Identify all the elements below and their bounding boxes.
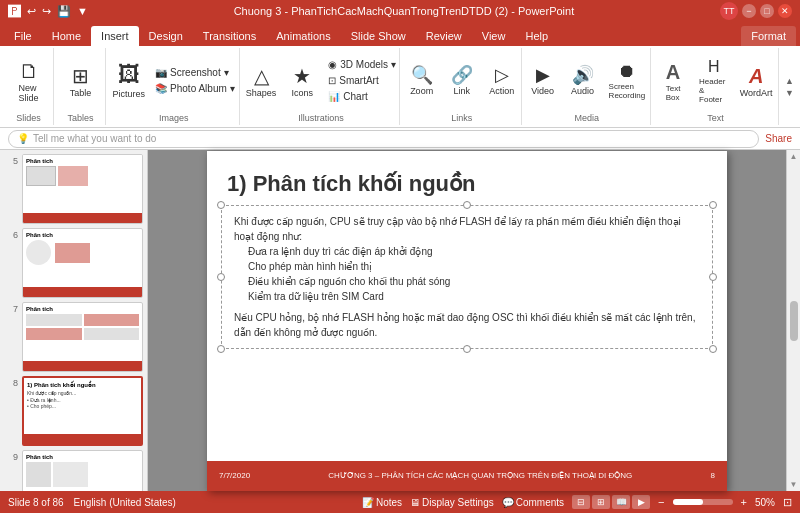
header-footer-button[interactable]: H Header& Footer: [695, 55, 732, 105]
customize-btn[interactable]: ▼: [77, 5, 88, 17]
zoom-button[interactable]: 🔍 Zoom: [404, 63, 440, 99]
slide-img-9: Phân tích ★: [22, 450, 143, 491]
slide-img-8: 1) Phân tích khối nguồn Khi được cấp ngu…: [22, 376, 143, 446]
user-badge[interactable]: TT: [720, 2, 738, 20]
tab-review[interactable]: Review: [416, 26, 472, 46]
close-button[interactable]: ✕: [778, 4, 792, 18]
tab-home[interactable]: Home: [42, 26, 91, 46]
tab-design[interactable]: Design: [139, 26, 193, 46]
tab-transitions[interactable]: Transitions: [193, 26, 266, 46]
icons-button[interactable]: ★ Icons: [284, 62, 320, 100]
handle-ml[interactable]: [217, 273, 225, 281]
status-bar: Slide 8 of 86 English (United States) 📝 …: [0, 491, 800, 513]
display-settings-label: Display Settings: [422, 497, 494, 508]
media-group-label: Media: [575, 111, 600, 123]
handle-mr[interactable]: [709, 273, 717, 281]
powerpoint-icon: 🅿: [8, 4, 21, 19]
shapes-button[interactable]: △ Shapes: [242, 62, 281, 100]
wordart-label: WordArt: [740, 88, 773, 98]
handle-tm[interactable]: [463, 201, 471, 209]
textbox-button[interactable]: A TextBox: [655, 58, 691, 104]
tab-insert[interactable]: Insert: [91, 26, 139, 46]
chart-button[interactable]: 📊 Chart: [324, 89, 400, 104]
redo-btn[interactable]: ↪: [42, 5, 51, 18]
pictures-button[interactable]: 🖼 Pictures: [109, 60, 150, 100]
tab-help[interactable]: Help: [515, 26, 558, 46]
tab-slideshow[interactable]: Slide Show: [341, 26, 416, 46]
share-button[interactable]: Share: [765, 133, 792, 144]
slide-thumb-7[interactable]: 7 Phân tích ★: [4, 302, 143, 372]
audio-button[interactable]: 🔊 Audio: [565, 63, 601, 99]
slide-sorter-button[interactable]: ⊞: [592, 495, 610, 509]
slide-thumb-8[interactable]: 8 1) Phân tích khối nguồn Khi được cấp n…: [4, 376, 143, 446]
handle-bl[interactable]: [217, 345, 225, 353]
zoom-slider[interactable]: [673, 499, 733, 505]
tell-me-input[interactable]: 💡 Tell me what you want to do: [8, 130, 759, 148]
handle-br[interactable]: [709, 345, 717, 353]
video-button[interactable]: ▶ Video: [525, 63, 561, 99]
scroll-up-icon[interactable]: ▲: [790, 152, 798, 161]
comments-button[interactable]: 💬 Comments: [502, 497, 564, 508]
table-icon: ⊞: [72, 64, 89, 88]
scrollbar-thumb[interactable]: [790, 301, 798, 341]
tab-animations[interactable]: Animations: [266, 26, 340, 46]
screenshot-arrow: ▾: [224, 67, 229, 78]
screenshot-icon: 📷: [155, 67, 167, 78]
3d-models-button[interactable]: ◉ 3D Models ▾: [324, 57, 400, 72]
ribbon-group-links: 🔍 Zoom 🔗 Link ▷ Action Links: [402, 48, 521, 125]
ribbon-scroll[interactable]: ▲ ▼: [783, 48, 796, 125]
zoom-level: 50%: [755, 497, 775, 508]
handle-bm[interactable]: [463, 345, 471, 353]
action-button[interactable]: ▷ Action: [484, 63, 520, 99]
slide-panel: 5 Phân tích ★ 6: [0, 150, 148, 491]
screenshot-button[interactable]: 📷 Screenshot ▾: [151, 65, 239, 80]
minimize-button[interactable]: −: [742, 4, 756, 18]
view-buttons: ⊟ ⊞ 📖 ▶: [572, 495, 650, 509]
link-button[interactable]: 🔗 Link: [444, 63, 480, 99]
wordart-icon: A: [749, 64, 763, 88]
3d-models-label: 3D Models: [340, 59, 388, 70]
thumb-content-7: Phân tích: [23, 303, 142, 371]
ribbon-group-illustrations: △ Shapes ★ Icons ◉ 3D Models ▾ ⊡ SmartAr…: [242, 48, 400, 125]
smartart-button[interactable]: ⊡ SmartArt: [324, 73, 400, 88]
tab-format[interactable]: Format: [741, 26, 796, 46]
new-slide-button[interactable]: 🗋 NewSlide: [11, 57, 47, 105]
link-label: Link: [453, 86, 470, 96]
tab-file[interactable]: File: [4, 26, 42, 46]
slide-body-container[interactable]: Khi được cấp nguồn, CPU sẽ truy cập vào …: [221, 205, 713, 349]
tab-view[interactable]: View: [472, 26, 516, 46]
reading-view-button[interactable]: 📖: [612, 495, 630, 509]
handle-tr[interactable]: [709, 201, 717, 209]
slide-star-7: ★: [25, 360, 32, 369]
table-button[interactable]: ⊞ Table: [63, 62, 99, 100]
slide-thumb-5[interactable]: 5 Phân tích ★: [4, 154, 143, 224]
new-slide-label: NewSlide: [18, 83, 38, 103]
fit-to-window-button[interactable]: ⊡: [783, 496, 792, 509]
ribbon-scroll-up[interactable]: ▲: [785, 76, 794, 86]
slide-thumb-9[interactable]: 9 Phân tích ★: [4, 450, 143, 491]
slideshow-button[interactable]: ▶: [632, 495, 650, 509]
display-settings-button[interactable]: 🖥 Display Settings: [410, 497, 494, 508]
status-right: 📝 Notes 🖥 Display Settings 💬 Comments ⊟ …: [362, 495, 792, 509]
screen-recording-button[interactable]: ⏺ ScreenRecording: [605, 59, 649, 103]
slide-body-text: Khi được cấp nguồn, CPU sẽ truy cập vào …: [221, 205, 713, 349]
slide-canvas[interactable]: 1) Phân tích khối nguồn Khi được cấp ngu…: [207, 151, 727, 491]
slides-group-label: Slides: [16, 111, 41, 123]
slide-bullet-3: Điều khiển cấp nguồn cho khối thu phát s…: [248, 274, 700, 289]
save-btn[interactable]: 💾: [57, 5, 71, 18]
handle-tl[interactable]: [217, 201, 225, 209]
3d-models-icon: ◉: [328, 59, 337, 70]
scroll-down-icon[interactable]: ▼: [790, 480, 798, 489]
maximize-button[interactable]: □: [760, 4, 774, 18]
slide-footer-text: CHƯƠNG 3 – PHÂN TÍCH CÁC MẠCH QUAN TRỌNG…: [328, 471, 632, 480]
notes-button[interactable]: 📝 Notes: [362, 497, 402, 508]
zoom-in-button[interactable]: +: [741, 496, 747, 508]
ribbon-scroll-down[interactable]: ▼: [785, 88, 794, 98]
normal-view-button[interactable]: ⊟: [572, 495, 590, 509]
undo-btn[interactable]: ↩: [27, 5, 36, 18]
photo-album-button[interactable]: 📚 Photo Album ▾: [151, 81, 239, 96]
thumb-header-5: Phân tích: [23, 155, 142, 213]
wordart-button[interactable]: A WordArt: [736, 62, 775, 100]
slide-thumb-6[interactable]: 6 Phân tích ★: [4, 228, 143, 298]
zoom-out-button[interactable]: −: [658, 496, 664, 508]
